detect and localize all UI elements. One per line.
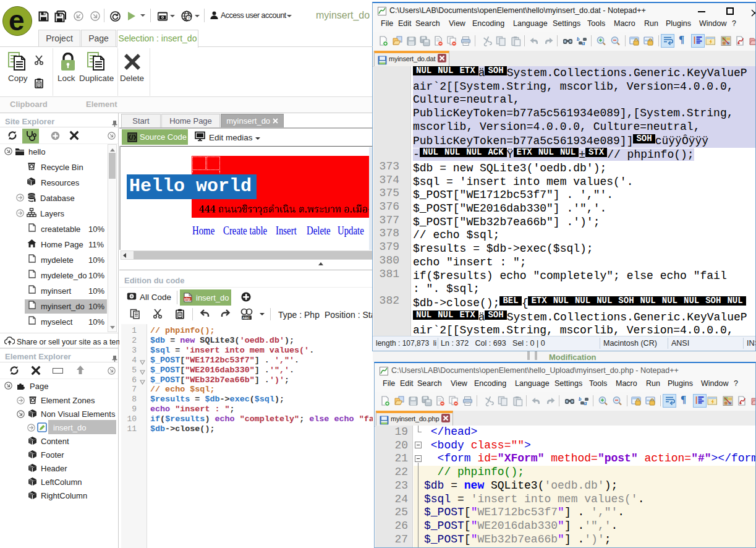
svg-text:?: ? bbox=[187, 16, 190, 20]
svg-text:b: b bbox=[579, 396, 582, 402]
svg-text:b: b bbox=[577, 36, 580, 42]
svg-text:ABC: ABC bbox=[242, 316, 250, 320]
svg-text:php: php bbox=[184, 297, 191, 301]
